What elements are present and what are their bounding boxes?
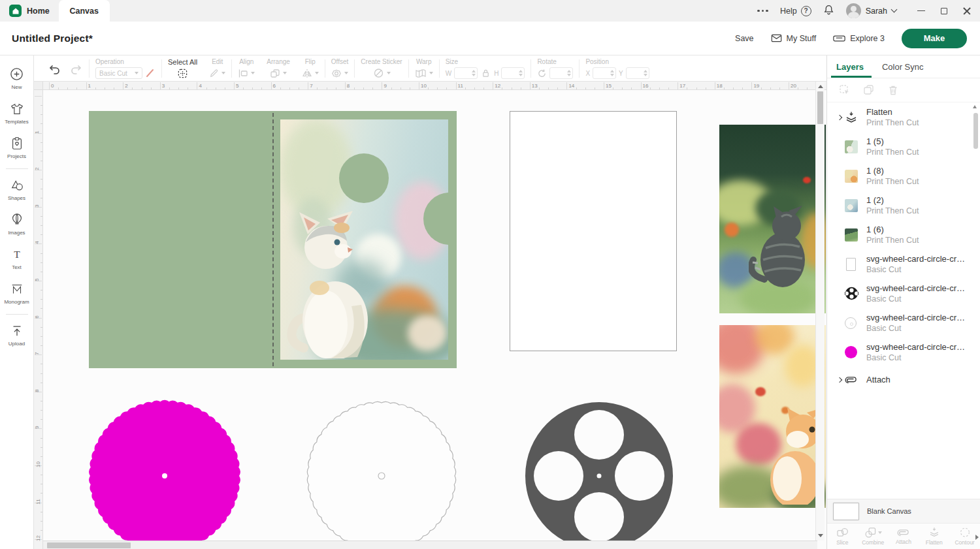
layer-thumbnail [845,199,858,212]
canvas-tab-label: Canvas [69,7,98,16]
sidebar-item-new[interactable]: New [0,61,33,96]
x-input[interactable] [593,67,616,79]
expand-chevron-icon[interactable] [836,377,841,383]
pen-color-icon[interactable] [145,68,155,78]
select-all-icon[interactable] [177,68,188,79]
tab-layers[interactable]: Layers [827,62,873,72]
attach-icon [897,528,910,537]
overflow-arrow-icon[interactable] [975,535,979,540]
position-label: Position [585,58,609,65]
panel-scrollbar[interactable] [973,104,979,495]
close-button[interactable] [963,7,971,15]
layer-row-image[interactable]: 1 (5)Print Then Cut [827,132,980,161]
tab-home[interactable]: Home [0,0,59,22]
minimize-button[interactable] [917,10,925,12]
garden-cat-image[interactable] [719,125,826,313]
avatar [846,3,861,18]
slice-button[interactable]: Slice [827,524,858,549]
offset-button[interactable] [331,67,348,79]
help-label: Help [780,7,797,16]
sidebar-item-templates[interactable]: Templates [0,96,33,131]
white-rectangle-shape[interactable] [510,111,677,351]
align-button[interactable] [238,67,255,79]
undo-icon[interactable] [48,63,61,75]
sidebar-item-monogram[interactable]: Monogram [0,276,33,311]
y-input[interactable] [626,67,649,79]
layer-actions-row [827,78,980,102]
edit-group: Edit [203,58,231,79]
maximize-button[interactable] [941,8,947,14]
select-layers-icon[interactable] [839,84,851,96]
caret-down-icon [344,72,348,74]
caret-down-icon [387,72,391,74]
magenta-scalloped-circle [89,400,240,549]
layer-row-flatten[interactable]: FlattenPrint Then Cut [827,102,980,132]
sidebar-item-upload[interactable]: Upload [0,318,33,353]
overflow-menu-icon[interactable] [757,10,768,12]
sidebar-item-text[interactable]: T Text [0,242,33,276]
delete-trash-icon[interactable] [887,84,899,96]
width-input[interactable] [454,67,478,79]
tab-color-sync[interactable]: Color Sync [873,62,933,72]
layer-row-image[interactable]: 1 (6)Print Then Cut [827,220,980,249]
tshirt-icon [10,102,24,116]
account-menu[interactable]: Sarah [846,3,896,18]
design-canvas[interactable]: 01234567891011121314151617181920 1234567… [34,82,826,549]
explore-machine-button[interactable]: Explore 3 [833,34,885,43]
sidebar-item-projects[interactable]: Projects [0,131,33,165]
layer-row-image[interactable]: 1 (2)Print Then Cut [827,191,980,220]
canvas-content [43,90,817,541]
warp-button[interactable] [415,67,433,79]
flatten-layer-icon [845,111,858,124]
layer-row-attach[interactable]: Attach [827,367,980,393]
text-icon: T [10,247,24,262]
scrollbar-thumb [47,542,131,548]
layer-row-magenta-circle[interactable]: svg-wheel-card-circle-cr…Basic Cut [827,337,980,367]
duplicate-icon[interactable] [863,84,875,96]
create-sticker-button[interactable] [373,67,391,79]
layer-row-rect[interactable]: svg-wheel-card-circle-cr…Basic Cut [827,249,980,279]
edit-button[interactable] [209,67,225,79]
layer-row-wheel[interactable]: svg-wheel-card-circle-cr…Basic Cut [827,279,980,308]
my-stuff-button[interactable]: My Stuff [771,33,817,43]
redo-icon[interactable] [70,63,83,75]
layer-row-circle[interactable]: svg-wheel-card-circle-cr…Basic Cut [827,308,980,337]
lock-icon[interactable] [482,69,490,78]
rotate-input[interactable] [549,67,573,79]
canvas-horizontal-scrollbar[interactable] [43,541,817,549]
arrange-button[interactable] [270,67,287,79]
align-icon [238,69,248,78]
select-all-group: Select All [162,58,203,79]
new-plus-icon [9,67,24,82]
canvas-vertical-scrollbar[interactable] [815,82,825,541]
notifications-bell-icon[interactable] [823,4,834,18]
fold-dashed-line [272,113,274,366]
tab-canvas[interactable]: Canvas [59,0,110,22]
expand-chevron-icon[interactable] [836,114,841,119]
rotate-icon[interactable] [537,69,547,78]
top-window-bar: Home Canvas Help ? Sarah [0,0,980,22]
pencil-icon [209,69,219,78]
operation-group: Operation Basic Cut [90,58,161,79]
scroll-up-arrow-icon [818,85,823,88]
blank-canvas-row[interactable]: Blank Canvas [827,499,980,523]
make-button[interactable]: Make [902,29,967,48]
save-button[interactable]: Save [735,34,754,43]
attach-button[interactable]: Attach [889,524,919,549]
green-card-shape[interactable] [89,111,457,368]
flip-label: Flip [305,58,316,65]
floral-cat-image[interactable] [719,325,826,508]
caret-down-icon [135,72,139,74]
height-input[interactable] [501,67,525,79]
project-title[interactable]: Untitled Project* [0,33,93,44]
operation-select[interactable]: Basic Cut [95,67,142,79]
combine-button[interactable]: Combine [858,524,889,549]
flip-button[interactable] [302,67,319,79]
sidebar-item-images[interactable]: Images [0,207,33,242]
sidebar-item-shapes[interactable]: Shapes [0,172,33,207]
layer-row-image[interactable]: 1 (8)Print Then Cut [827,161,980,191]
flatten-button[interactable]: Flatten [919,524,949,549]
combine-icon [864,527,877,538]
help-button[interactable]: Help ? [780,6,811,16]
user-name: Sarah [866,7,887,16]
